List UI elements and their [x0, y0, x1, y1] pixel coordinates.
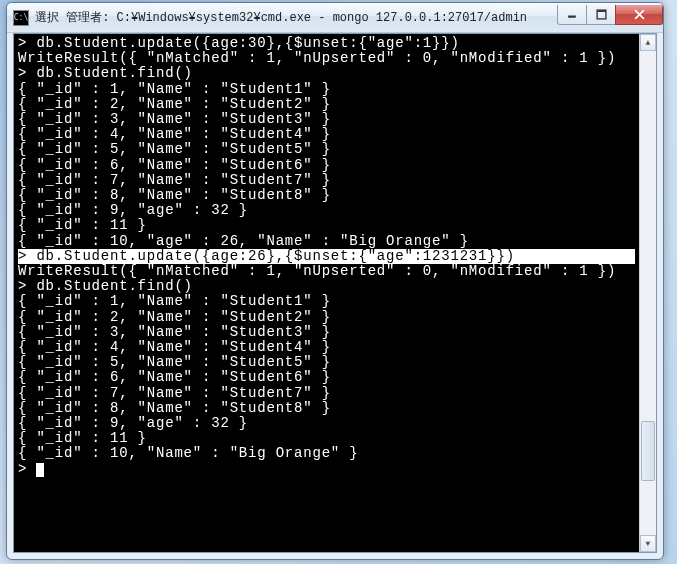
terminal-line: > db.Student.find() — [18, 279, 635, 294]
terminal[interactable]: > db.Student.update({age:30},{$unset:{″a… — [14, 34, 639, 552]
terminal-line: { ″_id″ : 1, ″Name″ : ″Student1″ } — [18, 82, 635, 97]
terminal-line: { ″_id″ : 9, ″age″ : 32 } — [18, 416, 635, 431]
terminal-line: { ″_id″ : 7, ″Name″ : ″Student7″ } — [18, 173, 635, 188]
scroll-down-button[interactable]: ▼ — [640, 535, 656, 552]
terminal-line: { ″_id″ : 6, ″Name″ : ″Student6″ } — [18, 158, 635, 173]
titlebar[interactable]: C:\ 選択 管理者: C:¥Windows¥system32¥cmd.exe … — [7, 3, 663, 33]
terminal-line: { ″_id″ : 3, ″Name″ : ″Student3″ } — [18, 325, 635, 340]
terminal-line: { ″_id″ : 11 } — [18, 218, 635, 233]
terminal-line: { ″_id″ : 2, ″Name″ : ″Student2″ } — [18, 310, 635, 325]
command-window: C:\ 選択 管理者: C:¥Windows¥system32¥cmd.exe … — [6, 2, 664, 560]
minimize-icon — [567, 9, 578, 20]
scroll-thumb[interactable] — [641, 421, 655, 481]
terminal-wrap: > db.Student.update({age:30},{$unset:{″a… — [13, 33, 657, 553]
terminal-line: > db.Student.update({age:30},{$unset:{″a… — [18, 36, 635, 51]
terminal-line: { ″_id″ : 11 } — [18, 431, 635, 446]
close-button[interactable] — [615, 5, 663, 25]
scroll-track[interactable] — [640, 51, 656, 535]
window-controls — [558, 5, 663, 27]
terminal-line: > db.Student.update({age:26},{$unset:{″a… — [18, 249, 635, 264]
minimize-button[interactable] — [557, 5, 587, 25]
scroll-up-button[interactable]: ▲ — [640, 34, 656, 51]
terminal-line: > db.Student.find() — [18, 66, 635, 81]
terminal-line: { ″_id″ : 4, ″Name″ : ″Student4″ } — [18, 127, 635, 142]
chevron-down-icon: ▼ — [646, 539, 651, 548]
terminal-line: { ″_id″ : 10, ″Name″ : ″Big Orange″ } — [18, 446, 635, 461]
close-icon — [634, 9, 645, 20]
terminal-line: { ″_id″ : 10, ″age″ : 26, ″Name″ : ″Big … — [18, 234, 635, 249]
terminal-line: { ″_id″ : 1, ″Name″ : ″Student1″ } — [18, 294, 635, 309]
terminal-line: { ″_id″ : 9, ″age″ : 32 } — [18, 203, 635, 218]
terminal-line: WriteResult({ ″nMatched″ : 1, ″nUpserted… — [18, 51, 635, 66]
terminal-line: { ″_id″ : 2, ″Name″ : ″Student2″ } — [18, 97, 635, 112]
maximize-button[interactable] — [586, 5, 616, 25]
maximize-icon — [596, 9, 607, 20]
terminal-line: { ″_id″ : 5, ″Name″ : ″Student5″ } — [18, 142, 635, 157]
terminal-line: { ″_id″ : 7, ″Name″ : ″Student7″ } — [18, 386, 635, 401]
terminal-line: { ″_id″ : 5, ″Name″ : ″Student5″ } — [18, 355, 635, 370]
terminal-line: WriteResult({ ″nMatched″ : 1, ″nUpserted… — [18, 264, 635, 279]
terminal-line: { ″_id″ : 8, ″Name″ : ″Student8″ } — [18, 188, 635, 203]
terminal-line: { ″_id″ : 3, ″Name″ : ″Student3″ } — [18, 112, 635, 127]
terminal-line: { ″_id″ : 6, ″Name″ : ″Student6″ } — [18, 370, 635, 385]
window-title: 選択 管理者: C:¥Windows¥system32¥cmd.exe - mo… — [35, 9, 558, 26]
scrollbar[interactable]: ▲ ▼ — [639, 34, 656, 552]
terminal-line: { ″_id″ : 4, ″Name″ : ″Student4″ } — [18, 340, 635, 355]
terminal-line: > — [18, 462, 635, 477]
cursor — [36, 463, 44, 477]
chevron-up-icon: ▲ — [646, 38, 651, 47]
terminal-line: { ″_id″ : 8, ″Name″ : ″Student8″ } — [18, 401, 635, 416]
cmd-icon-text: C:\ — [14, 13, 28, 22]
cmd-icon: C:\ — [13, 10, 29, 26]
